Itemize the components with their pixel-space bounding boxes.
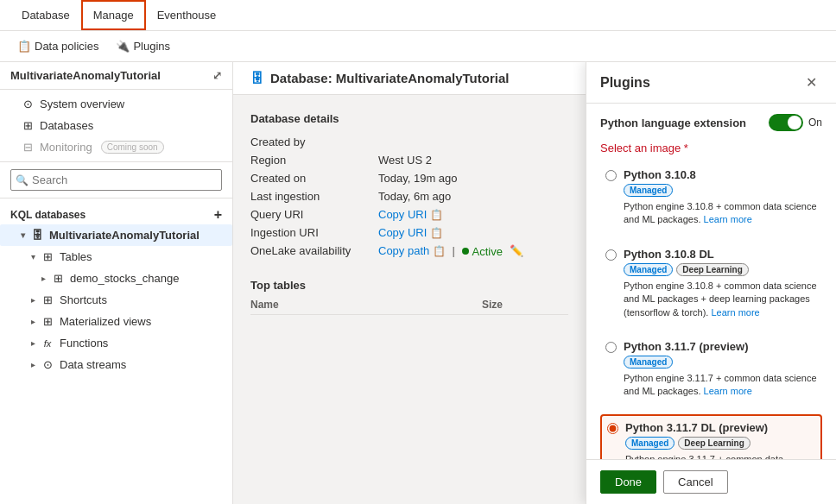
detail-label-created-on: Created on <box>250 172 371 185</box>
toggle-switch[interactable]: On <box>769 114 822 131</box>
sidebar-item-data-streams[interactable]: ▸ ⊙ Data streams <box>0 354 232 375</box>
done-button[interactable]: Done <box>600 470 656 494</box>
edit-icon[interactable]: ✏️ <box>510 244 523 257</box>
shortcuts-icon: ⊞ <box>41 293 54 306</box>
data-policies-label: Data policies <box>35 40 98 53</box>
sidebar-item-system-overview[interactable]: ⊙ System overview <box>0 93 232 115</box>
kql-db-label: MultivariateAnomalyTutorial <box>49 229 200 242</box>
radio-option-python-3117-dl[interactable]: Python 3.11.7 DL (preview) Managed Deep … <box>600 414 822 459</box>
radio-content-3117: Python 3.11.7 (preview) Managed Python e… <box>624 340 817 399</box>
functions-icon: fx <box>41 338 54 349</box>
radio-content-3108: Python 3.10.8 Managed Python engine 3.10… <box>624 168 817 227</box>
detail-label-ingestion-uri: Ingestion URI <box>250 226 371 239</box>
cancel-button[interactable]: Cancel <box>663 470 727 494</box>
sidebar-item-label: System overview <box>40 98 124 110</box>
radio-option-python-3117[interactable]: Python 3.11.7 (preview) Managed Python e… <box>600 335 822 404</box>
python-extension-label: Python language extension <box>600 117 746 129</box>
plugin-close-button[interactable]: ✕ <box>801 72 822 92</box>
table-label: demo_stocks_change <box>70 272 179 285</box>
radio-python-3108[interactable] <box>605 170 617 181</box>
detail-value-ingestion-uri[interactable]: Copy URI 📋 <box>378 226 568 239</box>
sidebar-item-label: Databases <box>40 119 93 132</box>
nav-item-database[interactable]: Database <box>10 1 81 29</box>
learn-more-link-3117[interactable]: Learn more <box>704 386 752 396</box>
radio-content-3108-dl: Python 3.10.8 DL Managed Deep Learning P… <box>624 248 817 319</box>
search-input[interactable] <box>10 169 222 191</box>
sidebar-item-shortcuts[interactable]: ▸ ⊞ Shortcuts <box>0 289 232 311</box>
kql-db-icon: 🗄 <box>30 229 44 242</box>
sidebar-expand-icon[interactable]: ⤢ <box>212 69 222 82</box>
top-navigation: Database Manage Eventhouse <box>0 0 836 31</box>
toggle-button[interactable] <box>769 114 803 131</box>
radio-badges-3108: Managed <box>624 184 817 197</box>
radio-python-3108-dl[interactable] <box>605 249 617 261</box>
radio-option-python-3108-dl[interactable]: Python 3.10.8 DL Managed Deep Learning P… <box>600 243 822 324</box>
sidebar: MultivariateAnomalyTutorial ⤢ ⊙ System o… <box>0 62 233 504</box>
query-uri-copy-link[interactable]: Copy URI <box>378 208 427 221</box>
sidebar-item-demo-stocks-change[interactable]: ▸ ⊞ demo_stocks_change <box>0 268 232 289</box>
sidebar-item-monitoring[interactable]: ⊟ Monitoring Coming soon <box>0 136 232 158</box>
sidebar-item-functions[interactable]: ▸ fx Functions <box>0 332 232 354</box>
learn-more-link-3108-dl[interactable]: Learn more <box>711 307 759 318</box>
detail-value-onelake[interactable]: Copy path 📋 | Active ✏️ <box>378 244 568 258</box>
chevron-right-icon: ▸ <box>31 338 35 348</box>
kql-databases-section: KQL databases + <box>0 202 232 224</box>
copy-icon: 📋 <box>430 209 443 221</box>
secondary-navigation: 📋 Data policies 🔌 Plugins <box>0 31 836 62</box>
functions-label: Functions <box>60 337 108 350</box>
tables-icon: ⊞ <box>41 250 54 263</box>
detail-label-region: Region <box>250 154 371 167</box>
radio-option-python-3108[interactable]: Python 3.10.8 Managed Python engine 3.10… <box>600 163 822 232</box>
database-details-title: Database details <box>250 112 568 125</box>
learn-more-link-3108[interactable]: Learn more <box>704 214 752 224</box>
detail-label-query-uri: Query URI <box>250 208 371 221</box>
sidebar-search-area: 🔍 <box>0 162 232 198</box>
badge-managed-3108: Managed <box>624 184 673 197</box>
detail-label-last-ingestion: Last ingestion <box>250 190 371 203</box>
sec-nav-plugins[interactable]: 🔌 Plugins <box>109 35 177 58</box>
detail-value-query-uri[interactable]: Copy URI 📋 <box>378 208 568 221</box>
add-database-button[interactable]: + <box>214 207 222 223</box>
coming-soon-badge: Coming soon <box>101 141 164 154</box>
detail-value-last-ingestion: Today, 6m ago <box>378 190 568 203</box>
nav-item-manage[interactable]: Manage <box>81 0 146 30</box>
sidebar-item-multivariateanomalytutorial[interactable]: ▾ 🗄 MultivariateAnomalyTutorial <box>0 224 232 246</box>
radio-title-3117-dl: Python 3.11.7 DL (preview) <box>625 421 815 434</box>
chevron-right-icon: ▸ <box>31 295 35 305</box>
nav-item-eventhouse[interactable]: Eventhouse <box>146 1 228 29</box>
radio-desc-3117: Python engine 3.11.7 + common data scien… <box>624 372 817 399</box>
databases-icon: ⊞ <box>21 119 35 132</box>
badge-managed-3117-dl: Managed <box>625 437 674 450</box>
sidebar-header: MultivariateAnomalyTutorial ⤢ <box>0 62 232 90</box>
active-label: Active <box>472 245 503 258</box>
ingestion-uri-copy-link[interactable]: Copy URI <box>378 226 427 239</box>
detail-label-onelake: OneLake availability <box>250 244 371 258</box>
radio-python-3117[interactable] <box>605 342 617 353</box>
col-size: Size <box>482 299 568 311</box>
badge-deep-3108-dl: Deep Learning <box>676 263 748 276</box>
plugin-title: Plugins <box>600 75 650 91</box>
radio-desc-3108: Python engine 3.10.8 + common data scien… <box>624 200 817 227</box>
sidebar-item-materialized-views[interactable]: ▸ ⊞ Materialized views <box>0 311 232 332</box>
data-streams-icon: ⊙ <box>41 358 54 371</box>
search-icon: 🔍 <box>16 174 28 186</box>
badge-managed-3108-dl: Managed <box>624 263 673 276</box>
kql-section-label: KQL databases <box>10 209 86 221</box>
plugin-footer: Done Cancel <box>586 459 836 504</box>
toggle-on-label: On <box>808 117 822 129</box>
top-tables-title: Top tables <box>250 279 568 292</box>
sidebar-title: MultivariateAnomalyTutorial <box>10 69 161 82</box>
plugin-panel: Plugins ✕ Python language extension On S… <box>586 62 836 504</box>
sec-nav-data-policies[interactable]: 📋 Data policies <box>10 35 105 58</box>
content-title: Database: MultivariateAnomalyTutorial <box>270 71 509 85</box>
sidebar-item-databases[interactable]: ⊞ Databases <box>0 115 232 136</box>
detail-value-created-by <box>378 135 568 148</box>
main-layout: MultivariateAnomalyTutorial ⤢ ⊙ System o… <box>0 62 836 504</box>
python-extension-toggle-row: Python language extension On <box>600 114 822 131</box>
content-body: Database details Created by Region West … <box>233 95 586 504</box>
onelake-copy-link[interactable]: Copy path <box>378 244 429 257</box>
sidebar-item-tables[interactable]: ▾ ⊞ Tables <box>0 246 232 268</box>
detail-value-created-on: Today, 19m ago <box>378 172 568 185</box>
radio-python-3117-dl[interactable] <box>607 423 618 434</box>
plugin-body: Python language extension On Select an i… <box>586 104 836 459</box>
